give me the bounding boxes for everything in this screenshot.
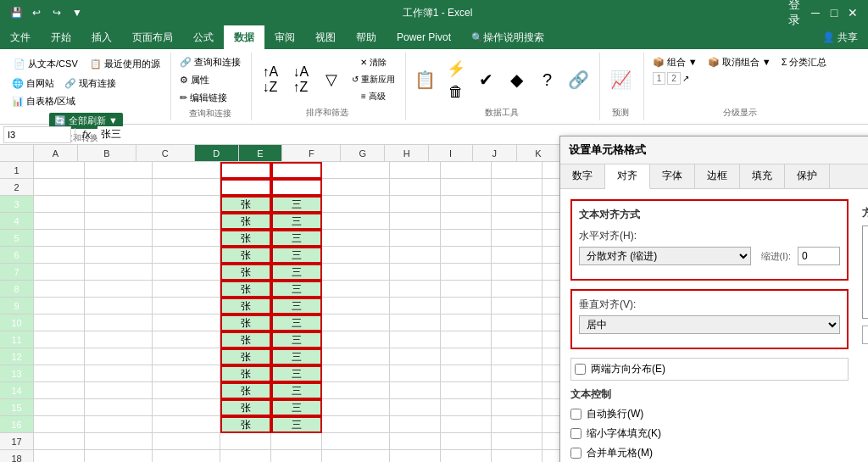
- cell-G4[interactable]: [390, 213, 441, 230]
- cell-G1[interactable]: [390, 162, 441, 179]
- row-header-11[interactable]: 11: [0, 331, 34, 348]
- cell-B18[interactable]: [85, 450, 153, 462]
- row-header-16[interactable]: 16: [0, 416, 34, 433]
- col-header-J[interactable]: J: [473, 145, 517, 161]
- cell-C3[interactable]: [153, 196, 220, 213]
- cell-B9[interactable]: [85, 298, 153, 314]
- cell-C2[interactable]: [153, 179, 220, 196]
- cell-E16[interactable]: 三: [271, 416, 322, 433]
- text-col-btn[interactable]: 📋: [411, 68, 439, 92]
- cell-C9[interactable]: [153, 298, 220, 314]
- cell-H7[interactable]: [441, 264, 492, 281]
- cell-B8[interactable]: [85, 281, 153, 298]
- get-data-btn[interactable]: 📄 从文本/CSV: [8, 54, 83, 74]
- cell-E2[interactable]: [271, 179, 322, 196]
- row-header-3[interactable]: 3: [0, 196, 34, 213]
- cell-C15[interactable]: [153, 399, 220, 416]
- redo-btn[interactable]: ↪: [47, 3, 66, 22]
- cell-I7[interactable]: [492, 264, 542, 281]
- tab-search[interactable]: 🔍 操作说明搜索: [461, 25, 554, 49]
- save-quick-btn[interactable]: 💾: [7, 3, 25, 22]
- remove-dup-btn[interactable]: 🗑: [442, 81, 470, 103]
- tab-help[interactable]: 帮助: [346, 25, 387, 49]
- dialog-tab-font[interactable]: 字体: [650, 164, 695, 188]
- cell-A1[interactable]: [34, 162, 85, 179]
- cell-A4[interactable]: [34, 213, 85, 230]
- cell-A15[interactable]: [34, 399, 85, 416]
- cell-G16[interactable]: [390, 416, 441, 433]
- cell-F4[interactable]: [322, 213, 390, 230]
- cell-F11[interactable]: [322, 331, 390, 348]
- cell-D4[interactable]: 张: [220, 213, 271, 230]
- forecast-btn[interactable]: 📈: [607, 68, 635, 92]
- col-header-B[interactable]: B: [78, 145, 136, 161]
- name-box[interactable]: I3: [3, 126, 71, 143]
- cell-A17[interactable]: [34, 433, 85, 450]
- cell-F16[interactable]: [322, 416, 390, 433]
- cell-F14[interactable]: [322, 382, 390, 399]
- flash-fill-btn[interactable]: ⚡: [442, 58, 470, 80]
- cell-E8[interactable]: 三: [271, 281, 322, 298]
- cell-C12[interactable]: [153, 348, 220, 365]
- shrink-checkbox[interactable]: [570, 428, 581, 439]
- row-header-6[interactable]: 6: [0, 247, 34, 264]
- cell-B5[interactable]: [85, 230, 153, 247]
- cell-E13[interactable]: 三: [271, 365, 322, 382]
- cell-G8[interactable]: [390, 281, 441, 298]
- cell-C8[interactable]: [153, 281, 220, 298]
- clear-btn[interactable]: ✕ 清除: [348, 55, 398, 70]
- cell-G11[interactable]: [390, 331, 441, 348]
- cell-D3[interactable]: 张: [220, 196, 271, 213]
- cell-C14[interactable]: [153, 382, 220, 399]
- cell-E18[interactable]: [271, 450, 322, 462]
- cell-A9[interactable]: [34, 298, 85, 314]
- login-btn[interactable]: 登录: [788, 4, 805, 21]
- cell-D11[interactable]: 张: [220, 331, 271, 348]
- cell-A2[interactable]: [34, 179, 85, 196]
- cell-D6[interactable]: 张: [220, 247, 271, 264]
- row-header-9[interactable]: 9: [0, 298, 34, 314]
- cell-F3[interactable]: [322, 196, 390, 213]
- vertical-align-select[interactable]: 居中 靠上 靠下 两端对齐 分散对齐: [579, 315, 840, 334]
- web-btn[interactable]: 🌐 自网站: [8, 75, 58, 92]
- row-header-17[interactable]: 17: [0, 433, 34, 450]
- query-conn-btn[interactable]: 🔗 查询和连接: [176, 54, 244, 70]
- cell-F1[interactable]: [322, 162, 390, 179]
- col-header-C[interactable]: C: [136, 145, 195, 161]
- cell-B12[interactable]: [85, 348, 153, 365]
- cell-E11[interactable]: 三: [271, 331, 322, 348]
- table-range-btn[interactable]: 📊 自表格/区域: [8, 93, 79, 109]
- cell-G5[interactable]: [390, 230, 441, 247]
- cell-I16[interactable]: [492, 416, 542, 433]
- cell-I6[interactable]: [492, 247, 542, 264]
- cell-F5[interactable]: [322, 230, 390, 247]
- cell-D13[interactable]: 张: [220, 365, 271, 382]
- restore-btn[interactable]: □: [826, 4, 843, 21]
- cell-I1[interactable]: [492, 162, 542, 179]
- col-header-H[interactable]: H: [385, 145, 429, 161]
- cell-D7[interactable]: 张: [220, 264, 271, 281]
- cell-H16[interactable]: [441, 416, 492, 433]
- cell-I3[interactable]: [492, 196, 542, 213]
- cell-G14[interactable]: [390, 382, 441, 399]
- whatif-btn[interactable]: ?: [534, 69, 561, 92]
- cell-D12[interactable]: 张: [220, 348, 271, 365]
- dialog-tab-fill[interactable]: 填充: [740, 164, 785, 188]
- row-header-7[interactable]: 7: [0, 264, 34, 281]
- cell-I5[interactable]: [492, 230, 542, 247]
- tab-insert[interactable]: 插入: [81, 25, 122, 49]
- relationships-btn[interactable]: 🔗: [565, 68, 593, 92]
- tab-pagelayout[interactable]: 页面布局: [122, 25, 183, 49]
- recent-sources-btn[interactable]: 📋 最近使用的源: [86, 56, 164, 72]
- cell-C5[interactable]: [153, 230, 220, 247]
- cell-A11[interactable]: [34, 331, 85, 348]
- cell-G7[interactable]: [390, 264, 441, 281]
- cell-B1[interactable]: [85, 162, 153, 179]
- degree-input[interactable]: [862, 326, 868, 344]
- horizontal-align-select[interactable]: 分散对齐 (缩进) 常规 靠左(缩进) 居中 靠右(缩进) 填充 两端对齐: [579, 247, 751, 265]
- cell-G3[interactable]: [390, 196, 441, 213]
- cell-F10[interactable]: [322, 314, 390, 331]
- cell-F6[interactable]: [322, 247, 390, 264]
- cell-H15[interactable]: [441, 399, 492, 416]
- tab-review[interactable]: 审阅: [264, 25, 305, 49]
